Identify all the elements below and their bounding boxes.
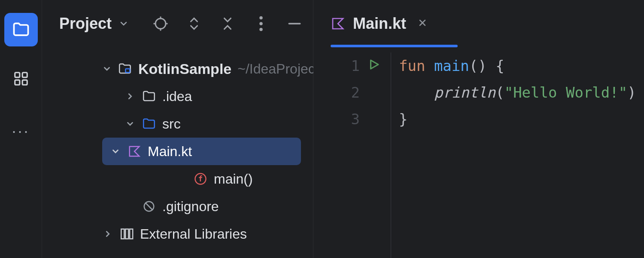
svg-rect-13 xyxy=(125,69,130,73)
tree-root-name: KotlinSample xyxy=(138,61,231,77)
kotlin-file-icon xyxy=(331,16,345,31)
close-icon xyxy=(417,18,428,28)
svg-rect-20 xyxy=(130,229,133,239)
minimize-icon xyxy=(287,16,302,31)
chevron-right-icon xyxy=(102,229,113,239)
target-icon xyxy=(153,16,168,31)
tree-label: Main.kt xyxy=(148,144,192,160)
tree-external-libraries[interactable]: External Libraries xyxy=(42,220,313,248)
panel-options-button[interactable] xyxy=(253,15,269,32)
line-number: 1 xyxy=(347,52,360,79)
tree-gitignore-file[interactable]: .gitignore xyxy=(42,193,313,220)
source-folder-icon xyxy=(142,117,156,131)
editor-gutter: 1 2 3 xyxy=(313,52,391,258)
function-icon: f xyxy=(193,172,208,186)
run-line-button[interactable] xyxy=(368,52,380,79)
hide-panel-button[interactable] xyxy=(286,15,303,32)
library-icon xyxy=(119,227,134,241)
svg-point-9 xyxy=(259,16,263,20)
collapse-all-button[interactable] xyxy=(219,15,236,32)
svg-rect-0 xyxy=(15,73,19,77)
tree-src-folder[interactable]: src xyxy=(42,110,313,138)
tab-filename: Main.kt xyxy=(353,15,406,33)
ignored-file-icon xyxy=(142,199,156,214)
code-line: println("Hello World!") xyxy=(399,79,644,106)
tree-label: External Libraries xyxy=(140,226,247,242)
project-view-selector[interactable]: Project xyxy=(59,15,129,33)
tree-main-function[interactable]: f main() xyxy=(42,165,313,193)
tree-idea-folder[interactable]: .idea xyxy=(42,83,313,110)
expand-all-button[interactable] xyxy=(186,15,202,32)
project-panel: Project xyxy=(42,0,313,258)
run-icon xyxy=(368,58,380,71)
svg-text:f: f xyxy=(198,175,203,183)
locate-file-button[interactable] xyxy=(152,15,169,32)
chevron-down-icon xyxy=(102,64,112,74)
folder-icon xyxy=(142,89,156,104)
tree-label: src xyxy=(162,116,181,132)
chevron-down-icon xyxy=(125,119,136,129)
code-content[interactable]: fun main() { println("Hello World!") } xyxy=(391,52,644,258)
close-tab-button[interactable] xyxy=(417,16,428,31)
tree-root-path: ~/IdeaProject xyxy=(237,61,319,77)
svg-rect-2 xyxy=(15,80,19,85)
module-folder-icon xyxy=(118,61,132,76)
tree-root-node[interactable]: KotlinSample ~/IdeaProject xyxy=(42,55,313,83)
svg-rect-19 xyxy=(125,229,128,239)
project-panel-title: Project xyxy=(59,15,112,33)
svg-point-11 xyxy=(259,28,263,31)
collapse-all-icon xyxy=(221,16,234,31)
structure-icon xyxy=(13,71,29,87)
ellipsis-icon: ... xyxy=(12,119,30,137)
svg-rect-1 xyxy=(22,73,27,77)
left-tool-rail: ... xyxy=(0,0,42,258)
folder-icon xyxy=(12,20,30,39)
tree-label: .idea xyxy=(162,89,192,104)
svg-point-10 xyxy=(259,22,263,25)
svg-point-4 xyxy=(155,18,166,29)
chevron-down-icon xyxy=(118,18,129,29)
line-number: 3 xyxy=(347,106,360,132)
kotlin-file-icon xyxy=(127,144,142,159)
tree-label: main() xyxy=(214,171,253,187)
expand-collapse-icon xyxy=(188,16,200,31)
code-line: } xyxy=(399,106,644,132)
project-tool-button[interactable] xyxy=(4,13,38,46)
project-panel-header: Project xyxy=(42,0,313,47)
editor-tabs: Main.kt xyxy=(313,0,644,47)
svg-line-17 xyxy=(145,203,153,210)
chevron-right-icon xyxy=(125,92,136,101)
more-vertical-icon xyxy=(259,16,263,31)
editor-area: Main.kt 1 2 3 fun main() { println("Hell… xyxy=(313,0,644,258)
tree-main-kt-file[interactable]: Main.kt xyxy=(102,138,301,165)
structure-tool-button[interactable] xyxy=(4,62,38,95)
project-tree: KotlinSample ~/IdeaProject .idea src xyxy=(42,47,313,258)
editor-tab-main-kt[interactable]: Main.kt xyxy=(331,15,428,33)
svg-rect-18 xyxy=(121,229,124,239)
code-line: fun main() { xyxy=(399,52,644,79)
svg-rect-3 xyxy=(22,80,27,85)
more-tools-button[interactable]: ... xyxy=(4,111,38,144)
code-editor[interactable]: 1 2 3 fun main() { println("Hello World!… xyxy=(313,47,644,258)
line-number: 2 xyxy=(347,79,360,106)
tree-label: .gitignore xyxy=(162,199,219,215)
chevron-down-icon xyxy=(110,147,121,156)
